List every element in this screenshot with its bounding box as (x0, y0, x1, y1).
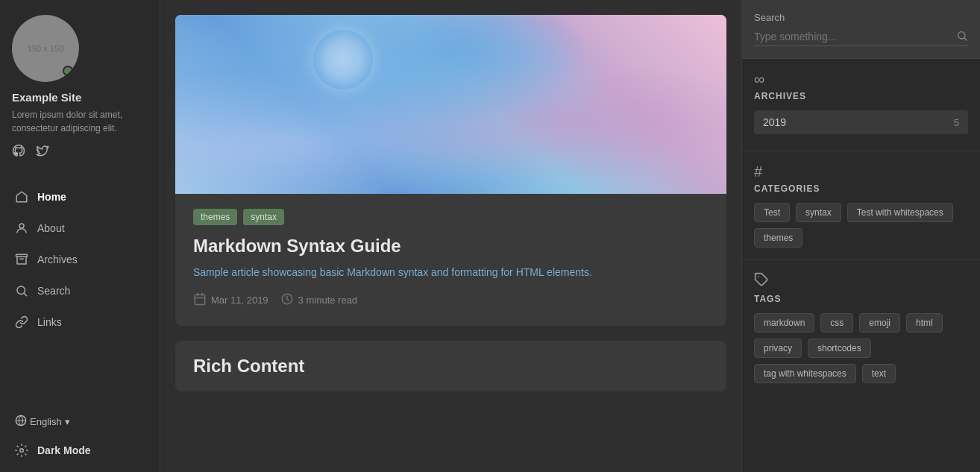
infinity-icon: ∞ (754, 71, 968, 88)
article-card-1: themes syntax Markdown Syntax Guide Samp… (175, 15, 726, 326)
search-input[interactable] (754, 28, 968, 46)
nav-home-label: Home (37, 191, 66, 203)
categories-section: # CATEGORIES Test syntax Test with white… (742, 151, 980, 259)
svg-line-11 (964, 38, 967, 40)
tag-icon (754, 272, 968, 291)
category-themes[interactable]: themes (754, 228, 802, 248)
article-excerpt-1: Sample article showcasing basic Markdown… (193, 264, 709, 280)
sidebar-item-home[interactable]: Home (0, 181, 160, 213)
search-submit-icon[interactable] (956, 30, 968, 45)
home-icon (15, 190, 28, 204)
site-description: Lorem ipsum dolor sit amet, consectetur … (12, 108, 148, 135)
tag-shortcodes[interactable]: shortcodes (808, 339, 871, 358)
sidebar-item-search[interactable]: Search (0, 275, 160, 306)
archives-heading: ARCHIVES (754, 91, 968, 101)
hash-icon: # (754, 163, 968, 180)
svg-point-2 (17, 286, 25, 295)
dark-mode-label: Dark Mode (37, 444, 91, 456)
svg-point-4 (20, 449, 24, 453)
language-label: English (30, 416, 62, 427)
article-read-time: 3 minute read (280, 292, 358, 308)
translate-icon (15, 415, 27, 429)
tag-emoji[interactable]: emoji (859, 313, 900, 333)
category-test-whitespaces[interactable]: Test with whitespaces (847, 203, 953, 222)
category-test[interactable]: Test (754, 203, 790, 222)
tags-grid: markdown css emoji html privacy shortcod… (754, 313, 968, 383)
tag-privacy[interactable]: privacy (754, 339, 802, 358)
sidebar-item-about[interactable]: About (0, 213, 160, 244)
left-sidebar: Example Site Lorem ipsum dolor sit amet,… (0, 0, 160, 472)
read-time-text: 3 minute read (298, 295, 358, 306)
twitter-icon[interactable] (36, 144, 52, 160)
sidebar-item-links[interactable]: Links (0, 306, 160, 338)
clock-icon (280, 292, 294, 308)
article-title-1[interactable]: Markdown Syntax Guide (193, 236, 709, 257)
tag-css[interactable]: css (820, 313, 853, 333)
main-content: themes syntax Markdown Syntax Guide Samp… (160, 0, 741, 472)
category-syntax[interactable]: syntax (796, 203, 841, 222)
language-selector[interactable]: English ▾ (0, 407, 160, 436)
calendar-icon (193, 292, 207, 308)
tag-text[interactable]: text (862, 364, 896, 383)
search-section: Search (742, 0, 980, 59)
right-sidebar: Search ∞ ARCHIVES 2019 5 # CATEGORIES Te… (741, 0, 980, 472)
svg-rect-5 (195, 295, 205, 305)
article-tags: themes syntax (193, 209, 709, 225)
sidebar-item-archives[interactable]: Archives (0, 244, 160, 275)
social-icons (12, 144, 52, 160)
archive-count: 5 (954, 117, 959, 128)
svg-point-0 (19, 224, 24, 228)
categories-grid: Test syntax Test with whitespaces themes (754, 203, 968, 248)
moon-icon (15, 444, 28, 457)
dark-mode-toggle[interactable]: Dark Mode (0, 436, 160, 465)
site-name: Example Site (12, 91, 81, 104)
avatar-section: Example Site Lorem ipsum dolor sit amet,… (0, 15, 160, 178)
article-hero-image (175, 15, 726, 194)
categories-heading: CATEGORIES (754, 183, 968, 194)
avatar-dot (63, 66, 73, 76)
links-icon (15, 315, 28, 329)
tags-section: TAGS markdown css emoji html privacy sho… (742, 260, 980, 395)
archive-year: 2019 (763, 116, 786, 128)
svg-rect-1 (16, 254, 28, 257)
svg-line-3 (24, 293, 26, 295)
search-input-wrap (754, 28, 968, 46)
tag-markdown[interactable]: markdown (754, 313, 814, 333)
search-label: Search (754, 12, 968, 23)
nav-about-label: About (37, 222, 65, 234)
avatar (12, 15, 79, 82)
tag-html[interactable]: html (906, 313, 943, 333)
article-body-1: themes syntax Markdown Syntax Guide Samp… (175, 194, 726, 326)
github-icon[interactable] (12, 144, 28, 160)
search-icon (15, 284, 28, 298)
archive-row-2019[interactable]: 2019 5 (754, 110, 968, 134)
article-meta-1: Mar 11, 2019 3 minute read (193, 292, 709, 308)
article-date: Mar 11, 2019 (193, 292, 268, 308)
tag-themes[interactable]: themes (193, 209, 237, 225)
article-title-2[interactable]: Rich Content (193, 356, 709, 377)
svg-point-10 (958, 31, 965, 38)
article-card-2: Rich Content (175, 341, 726, 391)
archives-section: ∞ ARCHIVES 2019 5 (742, 59, 980, 151)
chevron-down-icon: ▾ (65, 416, 70, 427)
archives-icon (15, 253, 28, 266)
tag-syntax[interactable]: syntax (243, 209, 284, 225)
nav-archives-label: Archives (37, 254, 78, 265)
tags-heading: TAGS (754, 294, 968, 304)
nav-search-label: Search (37, 285, 70, 297)
nav-links-label: Links (37, 316, 62, 328)
nav-menu: Home About Archives (0, 181, 160, 338)
tag-whitespaces[interactable]: tag with whitespaces (754, 364, 856, 383)
date-text: Mar 11, 2019 (211, 295, 268, 306)
user-icon (15, 221, 28, 235)
